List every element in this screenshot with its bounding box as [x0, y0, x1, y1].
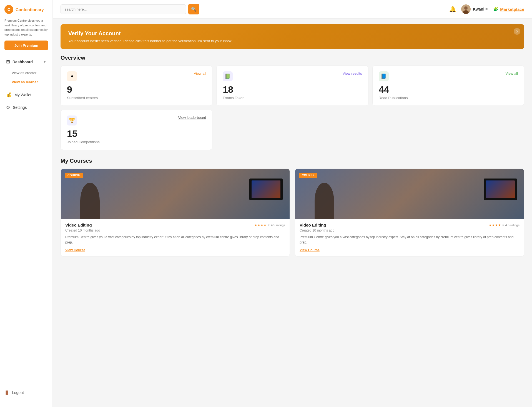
stat-card-exams-taken: 📗 View results 18 Exams Taken — [216, 66, 368, 106]
course-created-1: Created 10 months ago — [65, 228, 285, 232]
view-all-subscribed-centres-link[interactable]: View all — [194, 71, 206, 76]
thumbnail-monitor-2 — [484, 179, 517, 200]
logout-button[interactable]: 🚪 Logout — [4, 388, 48, 397]
view-course-link-1[interactable]: View Course — [65, 248, 85, 252]
sidebar-item-learner[interactable]: View as learner — [0, 77, 52, 87]
brand-tagline: Premium Centre gives you a vast library … — [0, 17, 52, 41]
main-content: 🔍 🔔 Kwani ✏ 🧩 Market — [53, 0, 532, 407]
course-rating-2: ★★★★★ 4.5 ratings — [489, 223, 520, 227]
verify-message: Your account hasn't been verified. Pleas… — [68, 39, 516, 43]
stars-icon-2: ★★★★ — [489, 223, 501, 227]
verify-banner[interactable]: Verify Your Account Your account hasn't … — [61, 24, 524, 49]
header: 🔍 🔔 Kwani ✏ 🧩 Market — [53, 0, 532, 19]
exams-taken-count: 18 — [223, 85, 362, 94]
page-body: Verify Your Account Your account hasn't … — [53, 19, 532, 407]
rating-label-1: 4.5 ratings — [271, 223, 285, 227]
read-publications-count: 44 — [379, 85, 518, 94]
notification-bell-icon[interactable]: 🔔 — [449, 6, 456, 12]
half-star-icon: ★ — [267, 223, 270, 227]
marketplace-label: Marketplace — [500, 7, 524, 12]
search-button[interactable]: 🔍 — [188, 4, 199, 14]
stat-card-competitions: 🏆 View leaderboard 15 Joined Competition… — [61, 110, 212, 150]
course-badge-1: COURSE — [65, 173, 83, 178]
search-input[interactable] — [61, 4, 186, 14]
logout-icon: 🚪 — [4, 390, 9, 395]
view-as-learner-label: View as learner — [12, 80, 38, 84]
settings-icon: ⚙ — [6, 105, 10, 110]
chevron-down-icon: ▼ — [43, 60, 46, 64]
course-title-2: Video Editing — [300, 223, 326, 227]
overview-bottom-grid: 🏆 View leaderboard 15 Joined Competition… — [61, 110, 524, 150]
overview-stats-grid: ✦ View all 9 Subscribed centres 📗 View r… — [61, 66, 524, 106]
view-leaderboard-link[interactable]: View leaderboard — [178, 115, 206, 120]
wallet-label: My Wallet — [14, 93, 31, 97]
view-results-link[interactable]: View results — [343, 71, 362, 76]
course-created-2: Created 10 months ago — [300, 228, 520, 232]
user-profile: Kwani ✏ — [461, 4, 488, 14]
course-info-2: Video Editing ★★★★★ 4.5 ratings Created … — [295, 219, 524, 256]
half-star-icon-2: ★ — [502, 223, 505, 227]
sidebar-item-settings[interactable]: ⚙ Settings — [2, 101, 51, 113]
sidebar-item-wallet[interactable]: 💰 My Wallet — [2, 89, 51, 101]
brand-name: Contentionary — [16, 7, 44, 12]
search-container: 🔍 — [61, 4, 199, 14]
course-thumbnail-2: COURSE — [295, 169, 524, 219]
overview-title: Overview — [61, 55, 524, 61]
dashboard-label: Dashboard — [12, 60, 33, 64]
competitions-icon: 🏆 — [67, 115, 77, 125]
thumbnail-person-silhouette-2 — [315, 183, 334, 219]
svg-point-1 — [464, 6, 468, 10]
thumbnail-monitor — [249, 179, 283, 200]
close-icon: ✕ — [516, 29, 519, 34]
sidebar-item-creator[interactable]: View as creator — [0, 68, 52, 77]
course-rating-1: ★★★★★ 4.5 ratings — [254, 223, 285, 227]
logo-icon: C — [4, 5, 13, 14]
sidebar-bottom: 🚪 Logout — [0, 384, 52, 401]
user-name: Kwani ✏ — [473, 7, 488, 11]
course-thumbnail-1: COURSE — [61, 169, 290, 219]
my-courses-section: My Courses COURSE — [61, 158, 524, 257]
logo: C Contentionary — [0, 0, 52, 17]
dashboard-icon: ⊞ — [6, 59, 10, 64]
read-publications-label: Read Publications — [379, 96, 518, 100]
search-icon: 🔍 — [191, 7, 197, 12]
logout-label: Logout — [12, 390, 24, 395]
sidebar: C Contentionary Premium Centre gives you… — [0, 0, 53, 407]
course-card-2: COURSE Video Editing ★★★★★ 4.5 ratings C… — [295, 169, 524, 257]
courses-section-title: My Courses — [61, 158, 524, 164]
settings-label: Settings — [13, 105, 27, 110]
avatar — [461, 4, 471, 14]
view-all-publications-link[interactable]: View all — [505, 71, 518, 76]
subscribed-centres-count: 9 — [67, 85, 206, 94]
thumbnail-person-silhouette — [80, 183, 100, 219]
overview-section: Overview ✦ View all 9 Subscribed centres… — [61, 55, 524, 150]
course-info-1: Video Editing ★★★★★ 4.5 ratings Created … — [61, 219, 290, 256]
sidebar-item-dashboard[interactable]: ⊞ Dashboard ▼ — [2, 56, 51, 68]
subscribed-centres-icon: ✦ — [67, 71, 77, 81]
courses-grid: COURSE Video Editing ★★★★★ 4.5 ratings C… — [61, 169, 524, 257]
course-badge-2: COURSE — [299, 173, 317, 178]
edit-profile-icon[interactable]: ✏ — [485, 7, 488, 11]
stat-card-read-publications: 📘 View all 44 Read Publications — [372, 66, 524, 106]
join-premium-button[interactable]: Join Premium — [4, 41, 48, 50]
header-right: 🔔 Kwani ✏ 🧩 Marketplace — [449, 4, 524, 14]
read-publications-icon: 📘 — [379, 71, 389, 81]
marketplace-link[interactable]: 🧩 Marketplace — [493, 7, 524, 12]
exams-taken-label: Exams Taken — [223, 96, 362, 100]
view-course-link-2[interactable]: View Course — [300, 248, 320, 252]
verify-title: Verify Your Account — [68, 30, 516, 37]
course-description-2: Premium Centre gives you a vast categori… — [300, 235, 520, 245]
sidebar-navigation: ⊞ Dashboard ▼ View as creator View as le… — [0, 56, 52, 384]
verify-close-button[interactable]: ✕ — [514, 28, 520, 35]
competitions-label: Joined Competitions — [67, 140, 206, 144]
course-title-1: Video Editing — [65, 223, 92, 227]
view-as-creator-label: View as creator — [12, 71, 36, 75]
competitions-count: 15 — [67, 129, 206, 138]
rating-label-2: 4.5 ratings — [505, 223, 520, 227]
subscribed-centres-label: Subscribed centres — [67, 96, 206, 100]
stars-icon: ★★★★ — [254, 223, 267, 227]
stat-card-subscribed-centres: ✦ View all 9 Subscribed centres — [61, 66, 212, 106]
exams-taken-icon: 📗 — [223, 71, 233, 81]
course-description-1: Premium Centre gives you a vast categori… — [65, 235, 285, 245]
marketplace-icon: 🧩 — [493, 7, 498, 12]
